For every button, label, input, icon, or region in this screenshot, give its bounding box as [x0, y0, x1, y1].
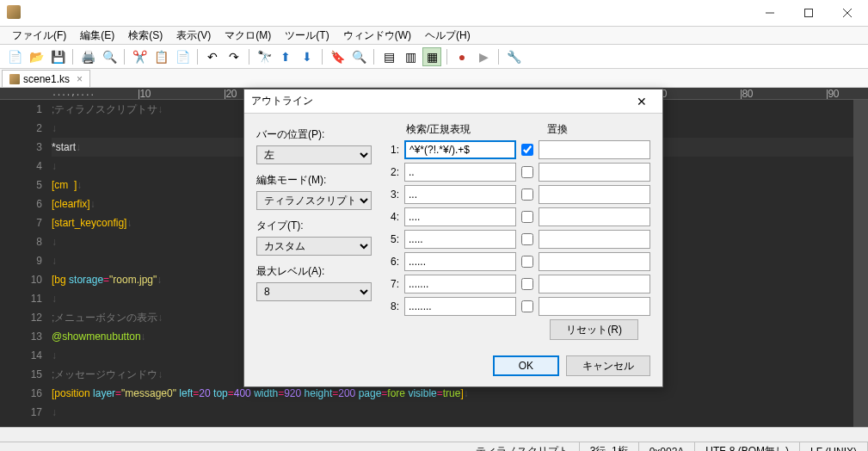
horizontal-scrollbar[interactable] — [0, 427, 868, 442]
play-icon: ▶ — [479, 50, 489, 64]
scissors-icon: ✂️ — [132, 50, 147, 64]
menu-search[interactable]: 検索(S) — [121, 27, 169, 45]
type-label: タイプ(T): — [256, 219, 372, 233]
regex-checkbox[interactable] — [521, 233, 533, 245]
menu-tool[interactable]: ツール(T) — [278, 27, 336, 45]
regex-checkbox[interactable] — [521, 256, 533, 268]
maximize-button[interactable] — [789, 1, 828, 25]
replace-column-header: 置換 — [547, 122, 568, 137]
toolbar-separator — [498, 49, 499, 65]
copy-icon: 📋 — [154, 50, 169, 64]
new-file-button[interactable]: 📄 — [5, 47, 24, 66]
line-number: 3 — [0, 138, 42, 157]
find-button[interactable]: 🔭 — [255, 47, 274, 66]
save-button[interactable]: 💾 — [48, 47, 67, 66]
print-button[interactable]: 🖨️ — [78, 47, 97, 66]
preview-icon: 🔍 — [102, 50, 117, 64]
app-icon — [7, 5, 21, 19]
binoculars-icon: 🔭 — [257, 50, 272, 64]
regex-checkbox[interactable] — [521, 278, 533, 290]
row-number: 4: — [387, 211, 399, 223]
menu-view[interactable]: 表示(V) — [169, 27, 218, 45]
replace-input[interactable] — [539, 252, 650, 271]
pattern-row: 8: — [387, 297, 650, 316]
view-mode-3[interactable]: ▦ — [422, 47, 441, 66]
reset-button[interactable]: リセット(R) — [550, 319, 638, 340]
pattern-input[interactable] — [404, 230, 516, 249]
paste-button[interactable]: 📄 — [173, 47, 192, 66]
replace-input[interactable] — [539, 297, 650, 316]
max-level-select[interactable]: 8 — [256, 282, 372, 301]
redo-button[interactable]: ↷ — [225, 47, 243, 66]
status-position: 3行, 1桁 — [580, 442, 639, 451]
regex-checkbox[interactable] — [521, 166, 533, 178]
replace-input[interactable] — [539, 140, 650, 159]
cancel-button[interactable]: キャンセル — [566, 355, 650, 376]
tab-close-icon[interactable]: × — [77, 73, 83, 85]
status-charcode: 0x002A — [639, 442, 696, 451]
regex-checkbox[interactable] — [521, 144, 533, 156]
copy-button[interactable]: 📋 — [151, 47, 170, 66]
pattern-input[interactable] — [404, 275, 516, 293]
replace-input[interactable] — [539, 185, 650, 204]
menu-macro[interactable]: マクロ(M) — [218, 27, 278, 45]
menu-window[interactable]: ウィンドウ(W) — [336, 27, 418, 45]
print-preview-button[interactable]: 🔍 — [100, 47, 119, 66]
find-prev-button[interactable]: ⬆ — [276, 47, 295, 66]
status-eol: LF (UNIX) — [800, 442, 868, 451]
pattern-input[interactable] — [404, 252, 516, 271]
close-button[interactable] — [828, 1, 866, 25]
view-mode-2[interactable]: ▥ — [401, 47, 420, 66]
type-select[interactable]: カスタム — [256, 237, 372, 256]
edit-mode-select[interactable]: ティラノスクリプト — [256, 191, 372, 210]
line-number: 6 — [0, 195, 42, 213]
edit-mode-label: 編集モード(M): — [256, 173, 372, 188]
menu-edit[interactable]: 編集(E) — [73, 27, 121, 45]
line-number: 17 — [0, 403, 42, 422]
pattern-row: 4: — [387, 207, 650, 226]
toolbar-separator — [373, 49, 374, 65]
bookmark-button[interactable]: 🔖 — [328, 47, 347, 66]
bar-position-select[interactable]: 左 — [256, 145, 372, 164]
minimize-button[interactable] — [750, 1, 789, 25]
dialog-close-button[interactable]: ✕ — [628, 95, 656, 108]
view-mode-1[interactable]: ▤ — [379, 47, 398, 66]
replace-input[interactable] — [539, 163, 650, 182]
pattern-input[interactable] — [404, 297, 516, 316]
menu-help[interactable]: ヘルプ(H) — [418, 27, 477, 45]
line-number: 12 — [0, 308, 42, 327]
zoom-button[interactable]: 🔍 — [349, 47, 368, 66]
regex-checkbox[interactable] — [521, 211, 533, 223]
menu-file[interactable]: ファイル(F) — [5, 27, 73, 45]
pattern-input[interactable] — [404, 163, 516, 182]
record-button[interactable]: ● — [452, 47, 471, 66]
line-number: 9 — [0, 251, 42, 270]
regex-checkbox[interactable] — [521, 188, 533, 201]
settings-button[interactable]: 🔧 — [504, 47, 523, 66]
play-button[interactable]: ▶ — [474, 47, 493, 66]
undo-button[interactable]: ↶ — [203, 47, 222, 66]
pattern-row: 2: — [387, 163, 650, 182]
dialog-titlebar[interactable]: アウトライン ✕ — [244, 90, 662, 114]
vertical-scrollbar[interactable] — [853, 100, 868, 427]
toolbar-separator — [124, 49, 125, 65]
find-next-button[interactable]: ⬇ — [298, 47, 317, 66]
magnifier-icon: 🔍 — [352, 50, 366, 64]
ok-button[interactable]: OK — [493, 355, 559, 376]
cut-button[interactable]: ✂️ — [130, 47, 149, 66]
tab-scene1[interactable]: scene1.ks × — [2, 70, 90, 87]
pattern-input[interactable] — [404, 207, 516, 226]
pattern-input[interactable] — [404, 140, 516, 159]
row-number: 1: — [387, 144, 399, 156]
line-number: 16 — [0, 384, 42, 403]
code-line[interactable]: ↓ — [52, 403, 853, 422]
open-button[interactable]: 📂 — [27, 47, 46, 66]
tab-label: scene1.ks — [23, 73, 70, 85]
replace-input[interactable] — [539, 230, 650, 249]
pattern-input[interactable] — [404, 185, 516, 204]
replace-input[interactable] — [539, 207, 650, 226]
regex-checkbox[interactable] — [521, 300, 533, 312]
printer-icon: 🖨️ — [81, 50, 95, 64]
pattern-row: 5: — [387, 230, 650, 249]
replace-input[interactable] — [539, 275, 650, 293]
